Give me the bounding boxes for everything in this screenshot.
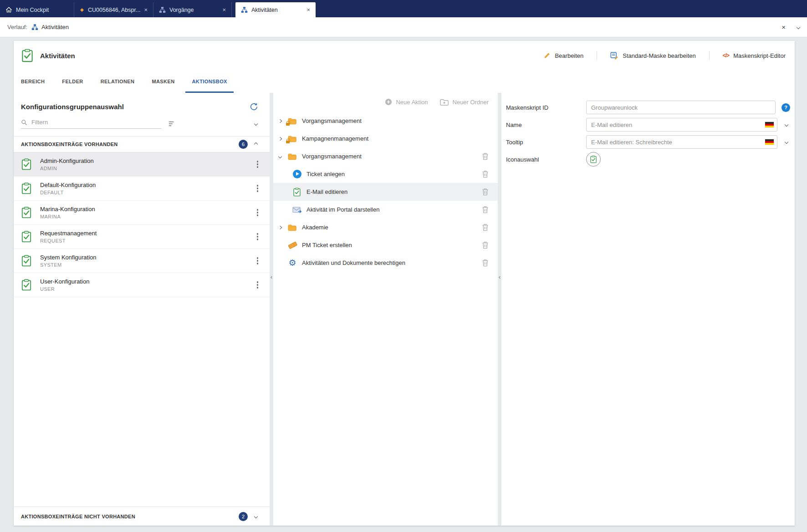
mask-script-editor-label: Maskenskript-Editor	[733, 52, 786, 59]
clipboard-check-icon	[21, 279, 32, 291]
list-item-marina[interactable]: Marina-KonfigurationMARINA	[14, 201, 270, 225]
list-item-system[interactable]: System KonfigurationSYSTEM	[14, 249, 270, 273]
tree-action-pm-ticket-erstellen[interactable]: PM Ticket erstellen	[273, 236, 498, 254]
tree-folder-vorgangsmanagement-2[interactable]: Vorgangsmanagement	[273, 147, 498, 165]
list-item-default[interactable]: Default-KonfigurationDEFAULT	[14, 177, 270, 201]
action-tree-panel: Neue Aktion Neuer Ordner Vorgangsmanagem…	[273, 93, 498, 526]
item-menu-icon[interactable]	[254, 207, 261, 218]
expand-chevron-icon[interactable]	[278, 137, 282, 140]
window-tab-vorgaenge[interactable]: Vorgänge ×	[153, 2, 232, 17]
edit-standard-mask-button[interactable]: Standard-Maske bearbeiten	[610, 51, 695, 60]
sitemap-icon	[241, 6, 248, 13]
help-icon[interactable]: ?	[781, 103, 790, 112]
tree-folder-vorgangsmanagement-1[interactable]: Vorgangsmanagement	[273, 112, 498, 130]
group-absent-header[interactable]: AKTIONSBOXEINTRÄGE NICHT VORHANDEN 2	[14, 507, 270, 526]
item-menu-icon[interactable]	[254, 183, 261, 194]
trash-icon[interactable]	[482, 152, 489, 160]
close-tab-icon[interactable]: ×	[222, 7, 226, 13]
edit-button[interactable]: Bearbeiten	[543, 52, 583, 59]
window-tab-mein-cockpit[interactable]: Mein Cockpit	[0, 2, 74, 17]
window-tab-label: CU0056846, Abspr...	[88, 7, 140, 13]
item-menu-icon[interactable]	[254, 279, 261, 290]
list-item-user[interactable]: User-KonfigurationUSER	[14, 273, 270, 297]
name-input[interactable]	[586, 118, 777, 132]
filter-input[interactable]	[31, 119, 161, 126]
group-present-count-badge: 6	[239, 140, 248, 149]
trash-icon[interactable]	[482, 223, 489, 231]
trash-icon[interactable]	[482, 241, 489, 249]
tree-action-berechtigen[interactable]: ⚙ Aktivitäten und Dokumente berechtigen	[273, 254, 498, 272]
filter-options-chevron-icon[interactable]	[254, 122, 258, 126]
trash-icon[interactable]	[482, 206, 489, 213]
search-icon	[21, 119, 27, 126]
refresh-icon[interactable]	[250, 103, 258, 111]
expand-chevron-icon[interactable]	[278, 225, 282, 229]
history-expand-chevron-icon[interactable]	[797, 25, 800, 29]
history-item-aktivitaeten[interactable]: Aktivitäten	[31, 24, 69, 30]
tab-label: BEREICH	[21, 79, 45, 84]
expand-chevron-icon[interactable]	[278, 119, 282, 122]
expand-translations-chevron-icon[interactable]	[785, 140, 788, 144]
tab-masken[interactable]: MASKEN	[145, 70, 181, 93]
expand-translations-chevron-icon[interactable]	[785, 123, 788, 127]
list-item-request[interactable]: RequestmanagementREQUEST	[14, 225, 270, 249]
clipboard-check-icon	[293, 187, 301, 197]
tab-bereich[interactable]: BEREICH	[15, 70, 51, 93]
mask-script-editor-button[interactable]: </> Maskenskript-Editor	[723, 52, 786, 59]
clipboard-check-icon	[21, 207, 32, 218]
history-label: Verlauf:	[7, 24, 27, 30]
tree-node-label: Aktivitäten und Dokumente berechtigen	[302, 259, 405, 266]
item-menu-icon[interactable]	[254, 159, 261, 170]
item-menu-icon[interactable]	[254, 255, 261, 266]
clipboard-check-icon	[21, 231, 32, 243]
pencil-icon	[543, 52, 551, 59]
collapse-panel-handle[interactable]: ‹	[498, 274, 501, 280]
tab-relationen[interactable]: RELATIONEN	[94, 70, 141, 93]
field-label: Iconauswahl	[506, 156, 586, 163]
item-title: System Konfiguration	[40, 254, 246, 261]
window-tab-aktivitaeten[interactable]: Aktivitäten ×	[235, 2, 316, 17]
new-action-button[interactable]: Neue Aktion	[385, 98, 428, 106]
item-title: Marina-Konfiguration	[40, 206, 246, 213]
config-group-panel: Konfigurationsgruppenauswahl AKTIONSBOXE…	[14, 93, 270, 526]
tab-label: AKTIONSBOX	[192, 79, 227, 84]
tooltip-input[interactable]	[586, 135, 777, 149]
tree-folder-kampagnenmanagement[interactable]: Kampagnenmanagement	[273, 130, 498, 147]
item-menu-icon[interactable]	[254, 231, 261, 242]
activities-card: Aktivitäten Bearbeiten Standard-Maske be…	[14, 41, 795, 526]
maskenskript-id-input[interactable]	[586, 101, 776, 114]
tree-action-aktivitaet-im-portal[interactable]: Aktivität im Portal darstellen	[273, 201, 498, 218]
close-tab-icon[interactable]: ×	[144, 7, 148, 13]
trash-icon[interactable]	[482, 259, 489, 267]
tree-node-label: Akademie	[302, 224, 328, 231]
trash-icon[interactable]	[482, 170, 489, 178]
collapse-chevron-icon[interactable]	[278, 154, 282, 158]
window-tab-cu0056846[interactable]: CU0056846, Abspr... ×	[74, 2, 153, 17]
page-title: Aktivitäten	[40, 52, 75, 60]
group-present-header[interactable]: AKTIONSBOXEINTRÄGE VORHANDEN 6	[14, 136, 270, 152]
group-absent-label: AKTIONSBOXEINTRÄGE NICHT VORHANDEN	[21, 514, 232, 519]
new-folder-button[interactable]: Neuer Ordner	[440, 98, 489, 106]
item-code: SYSTEM	[40, 262, 246, 268]
collapse-panel-handle[interactable]: ‹	[270, 274, 273, 280]
tree-folder-akademie[interactable]: Akademie	[273, 218, 498, 236]
close-tab-icon[interactable]: ×	[306, 7, 310, 13]
tab-felder[interactable]: FELDER	[56, 70, 89, 93]
history-close-icon[interactable]: ×	[781, 24, 786, 30]
trash-icon[interactable]	[482, 188, 489, 196]
tree-node-label: Kampagnenmanagement	[302, 135, 368, 142]
tree-action-ticket-anlegen[interactable]: Ticket anlegen	[273, 165, 498, 183]
page-header: Aktivitäten Bearbeiten Standard-Maske be…	[14, 41, 795, 70]
expand-chevron-icon	[254, 514, 258, 518]
tab-aktionsbox[interactable]: AKTIONSBOX	[185, 70, 233, 93]
field-label: Maskenskript ID	[506, 104, 586, 111]
sort-icon[interactable]	[169, 120, 176, 127]
separator	[597, 51, 597, 60]
action-properties-panel: Maskenskript ID ? Name Tooltip	[501, 93, 795, 526]
tab-label: FELDER	[62, 79, 83, 84]
icon-picker-button[interactable]	[586, 152, 601, 167]
list-item-admin[interactable]: Admin-KonfigurationADMIN	[14, 152, 270, 177]
section-tab-bar: BEREICH FELDER RELATIONEN MASKEN AKTIONS…	[14, 70, 795, 93]
tree-action-email-editieren[interactable]: E-Mail editieren	[273, 183, 498, 201]
german-flag-icon	[765, 122, 774, 127]
